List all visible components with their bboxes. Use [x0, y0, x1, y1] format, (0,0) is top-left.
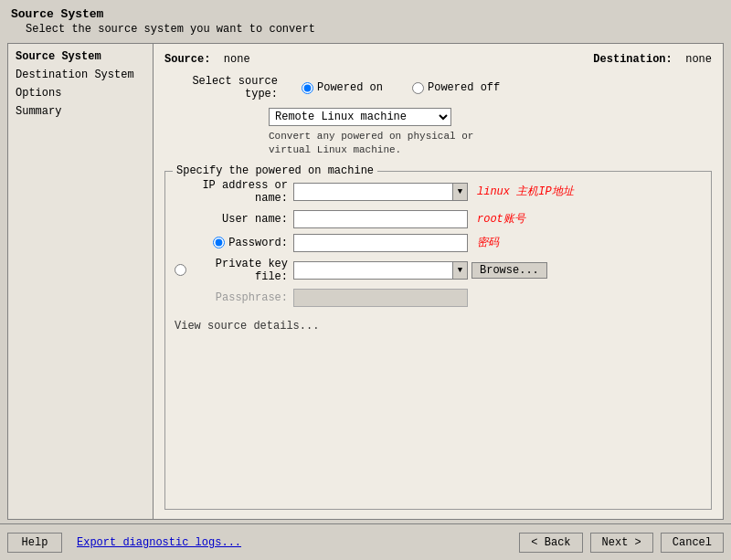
annotation-username: root账号 [477, 211, 525, 227]
username-row: User name: root账号 [175, 210, 702, 228]
view-source-link[interactable]: View source details... [175, 320, 702, 333]
sidebar-item-options[interactable]: Options [8, 84, 153, 102]
source-type-select[interactable]: Remote Linux machine [269, 108, 451, 126]
ip-combo: ▼ [293, 183, 468, 201]
page-title: Source System [11, 7, 720, 21]
password-radio[interactable] [213, 237, 225, 248]
ip-row: IP address or name: ▼ linux 主机IP地址 [175, 179, 702, 205]
private-key-combo: ▼ [293, 261, 468, 280]
convert-desc: Convert any powered on physical or virtu… [269, 130, 712, 158]
next-button[interactable]: Next > [590, 533, 653, 553]
cancel-button[interactable]: Cancel [661, 533, 724, 553]
password-row: Password: 密码 [175, 234, 702, 252]
sidebar-item-destination-system[interactable]: Destination System [8, 66, 153, 84]
private-key-row: Private key file: ▼ Browse... [175, 258, 702, 283]
private-key-input[interactable] [293, 261, 453, 280]
powered-on-radio[interactable] [302, 82, 313, 94]
sidebar-item-source-system[interactable]: Source System [8, 48, 153, 66]
export-logs-link[interactable]: Export diagnostic logs... [77, 536, 241, 549]
main-window: Source System Select the source system y… [0, 0, 731, 560]
source-type-label: Select source type: [164, 75, 283, 100]
private-key-label-wrapper: Private key file: [175, 258, 293, 283]
sidebar-item-summary[interactable]: Summary [8, 102, 153, 121]
powered-on-machine-group: Specify the powered on machine IP addres… [164, 171, 712, 510]
page-subtitle: Select the source system you want to con… [11, 23, 720, 36]
help-button[interactable]: Help [7, 533, 62, 553]
ip-label: IP address or name: [175, 179, 293, 205]
powered-off-radio-label[interactable]: Powered off [412, 81, 500, 94]
back-button[interactable]: < Back [519, 533, 582, 553]
source-type-row: Select source type: Powered on Powered o… [164, 75, 712, 100]
password-label-wrapper: Password: [175, 237, 293, 249]
title-area: Source System Select the source system y… [0, 0, 731, 39]
private-key-radio[interactable] [175, 264, 186, 276]
username-input[interactable] [293, 210, 468, 228]
main-content: Source System Destination System Options… [0, 39, 731, 523]
private-key-dropdown-arrow[interactable]: ▼ [453, 261, 468, 280]
passphrase-row: Passphrase: [175, 289, 702, 307]
source-info: Source: none [164, 53, 250, 66]
password-input[interactable] [293, 234, 468, 252]
annotation-password: 密码 [477, 235, 499, 250]
ip-dropdown-arrow[interactable]: ▼ [453, 183, 468, 201]
username-label: User name: [175, 213, 293, 226]
passphrase-label: Passphrase: [175, 291, 293, 304]
footer: Help Export diagnostic logs... < Back Ne… [0, 523, 731, 560]
source-type-radio-group: Powered on Powered off [302, 81, 518, 94]
powered-off-radio[interactable] [412, 82, 424, 94]
passphrase-input[interactable] [293, 289, 468, 307]
browse-button[interactable]: Browse... [471, 262, 547, 279]
destination-info: Destination: none [593, 53, 712, 66]
powered-on-radio-label[interactable]: Powered on [302, 81, 383, 94]
source-dest-bar: Source: none Destination: none [164, 53, 712, 66]
group-box-title: Specify the powered on machine [173, 164, 377, 177]
ip-input[interactable] [293, 183, 453, 201]
source-dropdown-row: Remote Linux machine [269, 108, 712, 126]
right-panel: Source: none Destination: none Select so… [154, 43, 724, 520]
annotation-ip: linux 主机IP地址 [477, 184, 574, 199]
sidebar: Source System Destination System Options… [7, 43, 154, 520]
